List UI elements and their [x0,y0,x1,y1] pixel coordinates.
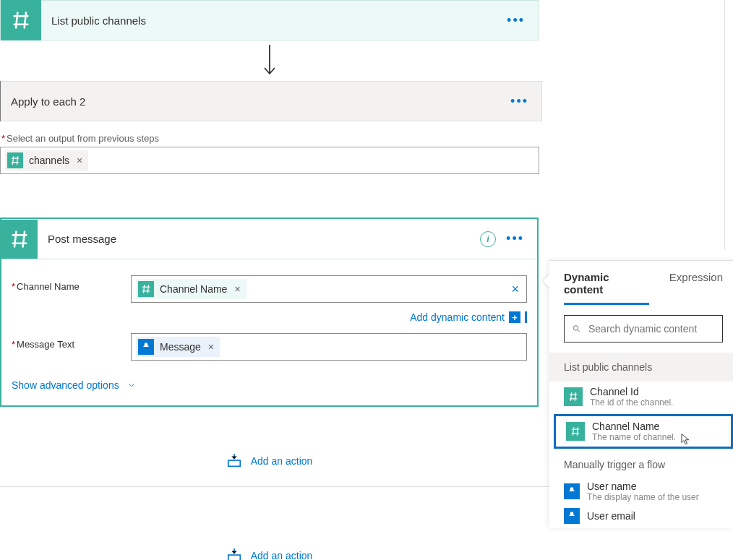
dynamic-content-panel: Dynamic content Expression List public c… [549,260,733,528]
search-icon [572,323,581,335]
trigger-icon [564,508,580,524]
add-action-button[interactable]: Add an action [0,436,539,486]
step-title: Post message [38,233,480,245]
insert-action-icon [226,548,242,560]
svg-point-4 [573,326,578,331]
dc-item-user-name[interactable]: User name The display name of the user [549,476,733,507]
section-list-public-channels: List public channels [549,353,733,382]
panel-pointer-icon [543,274,550,288]
clear-input-button[interactable]: × [511,282,519,297]
channel-name-label: Channel Name [12,275,131,292]
step-title: List public channels [41,14,507,27]
dc-item-channel-name[interactable]: Channel Name The name of channel. [554,414,733,449]
token-channel-name[interactable]: Channel Name × [136,279,247,299]
svg-rect-1 [228,460,240,466]
trigger-icon [564,483,580,499]
svg-rect-3 [228,555,240,560]
connector-arrow [0,40,539,81]
slack-hash-icon [564,387,583,406]
scrollbar-gutter [724,0,733,250]
slack-hash-icon [1,220,38,259]
channel-name-input[interactable]: Channel Name × × [131,275,527,303]
step-list-public-channels[interactable]: List public channels ••• [0,0,539,40]
token-remove-button[interactable]: × [234,283,240,295]
dynamic-bar-icon [525,311,527,323]
message-text-input[interactable]: Message × [131,333,527,361]
dc-item-user-email[interactable]: User email [549,507,733,528]
dynamic-content-search[interactable] [564,315,723,343]
token-channels[interactable]: channels × [5,150,88,171]
info-icon[interactable]: i [480,231,496,247]
token-remove-button[interactable]: × [208,341,214,353]
chevron-down-icon [127,380,137,390]
slack-hash-icon [7,152,23,168]
show-advanced-options-link[interactable]: Show advanced options [1,366,537,391]
step-menu-button[interactable]: ••• [510,94,528,109]
token-message[interactable]: Message × [136,337,220,357]
divider [0,486,553,487]
add-action-button[interactable]: Add an action [0,530,539,560]
section-manual-trigger: Manually trigger a flow [549,453,733,476]
trigger-icon [138,339,154,355]
step-menu-button[interactable]: ••• [506,231,524,246]
search-input[interactable] [588,323,715,335]
token-remove-button[interactable]: × [77,155,82,166]
slack-hash-icon [138,281,154,297]
tab-dynamic-content[interactable]: Dynamic content [564,271,649,305]
step-apply-to-each[interactable]: Apply to each 2 ••• [0,81,542,121]
select-output-input[interactable]: channels × [0,147,539,174]
slack-hash-icon [566,422,585,441]
step-menu-button[interactable]: ••• [507,13,525,28]
dc-item-channel-id[interactable]: Channel Id The id of the channel. [549,382,733,412]
step-title: Apply to each 2 [1,95,510,108]
add-dynamic-content-link[interactable]: Add dynamic content [410,311,505,323]
plus-icon[interactable]: + [509,311,520,323]
slack-hash-icon [1,0,41,40]
tab-expression[interactable]: Expression [669,271,723,305]
step-post-message: Post message i ••• Channel Name Channel … [0,217,539,407]
message-text-label: Message Text [12,333,131,350]
select-output-label: Select an output from previous steps [0,129,542,147]
insert-action-icon [226,453,242,469]
